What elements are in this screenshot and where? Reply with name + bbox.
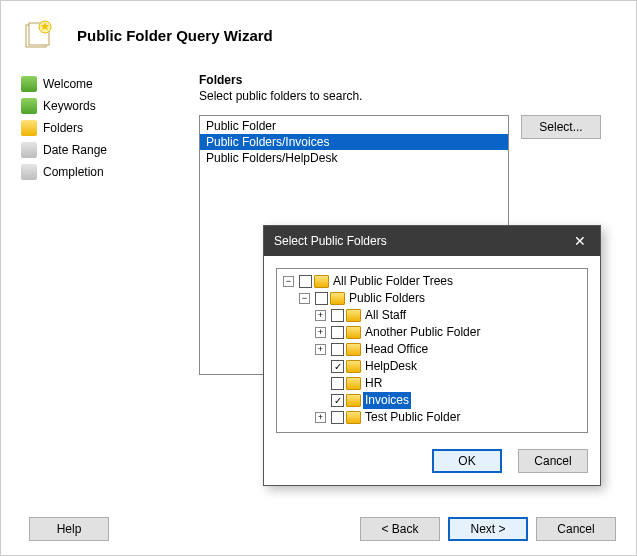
sidebar-item-label: Welcome	[43, 77, 93, 91]
step-complete-icon	[21, 98, 37, 114]
sidebar-item-completion[interactable]: Completion	[21, 161, 171, 183]
step-pending-icon	[21, 142, 37, 158]
checkbox[interactable]	[331, 411, 344, 424]
checkbox[interactable]	[331, 326, 344, 339]
close-icon[interactable]: ✕	[560, 226, 600, 256]
list-item[interactable]: Public Folders/HelpDesk	[200, 150, 508, 166]
list-item[interactable]: Public Folders/Invoices	[200, 134, 508, 150]
sidebar-item-label: Folders	[43, 121, 83, 135]
tree-node-public-folders[interactable]: − Public Folders	[283, 290, 581, 307]
wizard-title: Public Folder Query Wizard	[77, 27, 273, 44]
tree-label: Another Public Folder	[363, 324, 482, 341]
sidebar-item-label: Keywords	[43, 99, 96, 113]
sidebar-item-welcome[interactable]: Welcome	[21, 73, 171, 95]
step-current-icon	[21, 120, 37, 136]
checkbox[interactable]	[331, 309, 344, 322]
next-button[interactable]: Next >	[448, 517, 528, 541]
back-button[interactable]: < Back	[360, 517, 440, 541]
list-item[interactable]: Public Folder	[200, 118, 508, 134]
select-public-folders-dialog: Select Public Folders ✕ − All Public Fol…	[263, 225, 601, 486]
tree-node[interactable]: + Another Public Folder	[283, 324, 581, 341]
help-button[interactable]: Help	[29, 517, 109, 541]
folder-icon	[346, 343, 361, 356]
wizard-window: Public Folder Query Wizard Welcome Keywo…	[0, 0, 637, 556]
collapse-icon[interactable]: −	[299, 293, 310, 304]
tree-label: Head Office	[363, 341, 430, 358]
checkbox[interactable]	[331, 360, 344, 373]
folder-icon	[314, 275, 329, 288]
wizard-steps-sidebar: Welcome Keywords Folders Date Range Comp…	[21, 61, 171, 493]
tree-label: All Public Folder Trees	[331, 273, 455, 290]
checkbox[interactable]	[331, 377, 344, 390]
folder-icon	[346, 394, 361, 407]
expand-icon[interactable]: +	[315, 412, 326, 423]
step-complete-icon	[21, 76, 37, 92]
sidebar-item-label: Date Range	[43, 143, 107, 157]
leaf-icon	[315, 361, 326, 372]
expand-icon[interactable]: +	[315, 310, 326, 321]
sidebar-item-folders[interactable]: Folders	[21, 117, 171, 139]
collapse-icon[interactable]: −	[283, 276, 294, 287]
wizard-footer: Help < Back Next > Cancel	[21, 517, 616, 541]
folder-icon	[346, 411, 361, 424]
cancel-button[interactable]: Cancel	[536, 517, 616, 541]
checkbox[interactable]	[315, 292, 328, 305]
section-subtitle: Select public folders to search.	[199, 89, 616, 103]
checkbox[interactable]	[299, 275, 312, 288]
sidebar-item-label: Completion	[43, 165, 104, 179]
folder-tree[interactable]: − All Public Folder Trees − Public Folde…	[276, 268, 588, 433]
folder-icon	[330, 292, 345, 305]
tree-label: HelpDesk	[363, 358, 419, 375]
folder-icon	[346, 377, 361, 390]
tree-label: HR	[363, 375, 384, 392]
tree-node[interactable]: HelpDesk	[283, 358, 581, 375]
tree-node[interactable]: + Test Public Folder	[283, 409, 581, 426]
tree-node[interactable]: + All Staff	[283, 307, 581, 324]
tree-node[interactable]: + Head Office	[283, 341, 581, 358]
checkbox[interactable]	[331, 343, 344, 356]
tree-node[interactable]: Invoices	[283, 392, 581, 409]
leaf-icon	[315, 378, 326, 389]
dialog-titlebar[interactable]: Select Public Folders ✕	[264, 226, 600, 256]
expand-icon[interactable]: +	[315, 344, 326, 355]
dialog-cancel-button[interactable]: Cancel	[518, 449, 588, 473]
section-title: Folders	[199, 73, 616, 87]
dialog-title: Select Public Folders	[274, 234, 560, 248]
ok-button[interactable]: OK	[432, 449, 502, 473]
folder-icon	[346, 326, 361, 339]
tree-label: Public Folders	[347, 290, 427, 307]
step-pending-icon	[21, 164, 37, 180]
sidebar-item-date-range[interactable]: Date Range	[21, 139, 171, 161]
wizard-header: Public Folder Query Wizard	[1, 1, 636, 61]
leaf-icon	[315, 395, 326, 406]
sidebar-item-keywords[interactable]: Keywords	[21, 95, 171, 117]
tree-label: Test Public Folder	[363, 409, 462, 426]
select-folders-button[interactable]: Select...	[521, 115, 601, 139]
expand-icon[interactable]: +	[315, 327, 326, 338]
checkbox[interactable]	[331, 394, 344, 407]
tree-label: Invoices	[363, 392, 411, 409]
wizard-logo-icon	[23, 19, 55, 51]
tree-node-root[interactable]: − All Public Folder Trees	[283, 273, 581, 290]
tree-node[interactable]: HR	[283, 375, 581, 392]
folder-icon	[346, 360, 361, 373]
folder-icon	[346, 309, 361, 322]
tree-label: All Staff	[363, 307, 408, 324]
